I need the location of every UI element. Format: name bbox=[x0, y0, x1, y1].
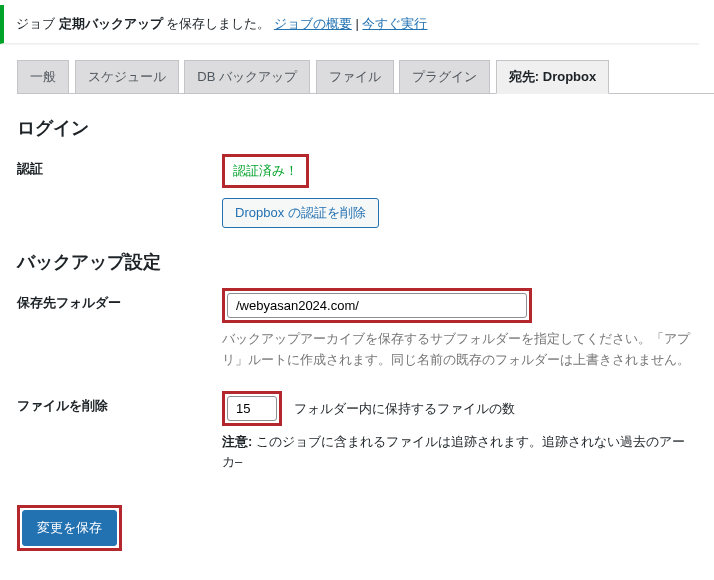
tab-db-backup[interactable]: DB バックアップ bbox=[184, 60, 310, 93]
note-label: 注意: bbox=[222, 434, 252, 449]
folder-label: 保存先フォルダー bbox=[17, 288, 222, 312]
auth-label: 認証 bbox=[17, 154, 222, 178]
notice-suffix: を保存しました。 bbox=[163, 16, 271, 31]
delete-dropbox-auth-button[interactable]: Dropbox の認証を削除 bbox=[222, 198, 379, 228]
tabs-nav: 一般 スケジュール DB バックアップ ファイル プラグイン 宛先: Dropb… bbox=[17, 59, 714, 94]
file-count-inline-label: フォルダー内に保持するファイルの数 bbox=[294, 401, 515, 416]
file-count-highlight bbox=[222, 391, 282, 426]
tab-schedule[interactable]: スケジュール bbox=[75, 60, 179, 93]
tab-plugins[interactable]: プラグイン bbox=[399, 60, 490, 93]
delete-files-label: ファイルを削除 bbox=[17, 391, 222, 415]
folder-highlight bbox=[222, 288, 532, 323]
auth-status: 認証済み！ bbox=[222, 154, 309, 188]
saved-notice: ジョブ 定期バックアップ を保存しました。 ジョブの概要 | 今すぐ実行 bbox=[0, 5, 699, 44]
notice-prefix: ジョブ bbox=[16, 16, 59, 31]
job-overview-link[interactable]: ジョブの概要 bbox=[274, 16, 352, 31]
save-highlight: 変更を保存 bbox=[17, 505, 122, 551]
destination-folder-input[interactable] bbox=[227, 293, 527, 318]
run-now-link[interactable]: 今すぐ実行 bbox=[362, 16, 427, 31]
login-heading: ログイン bbox=[17, 116, 697, 140]
folder-hint: バックアップアーカイブを保存するサブフォルダーを指定してください。「アプリ」ルー… bbox=[222, 329, 697, 371]
notice-separator: | bbox=[352, 16, 363, 31]
save-changes-button[interactable]: 変更を保存 bbox=[22, 510, 117, 546]
tab-dropbox[interactable]: 宛先: Dropbox bbox=[496, 60, 609, 94]
file-count-input[interactable] bbox=[227, 396, 277, 421]
tab-files[interactable]: ファイル bbox=[316, 60, 394, 93]
backup-settings-heading: バックアップ設定 bbox=[17, 250, 697, 274]
notice-job-name: 定期バックアップ bbox=[59, 16, 163, 31]
tab-general[interactable]: 一般 bbox=[17, 60, 69, 93]
note-text: このジョブに含まれるファイルは追跡されます。追跡されない過去のアーカ– bbox=[222, 434, 685, 470]
